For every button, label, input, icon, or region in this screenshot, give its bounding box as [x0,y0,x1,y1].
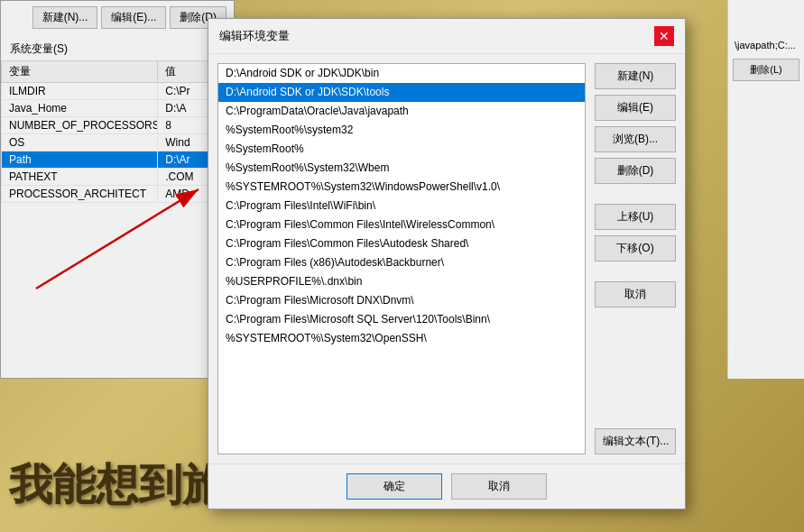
edit-path-button[interactable]: 编辑(E) [595,95,676,121]
bg-new-button[interactable]: 新建(N)... [32,6,98,29]
table-row[interactable]: NUMBER_OF_PROCESSORS8 [2,117,234,134]
dialog-footer: 确定 取消 [208,463,685,509]
move-down-button[interactable]: 下移(O) [595,235,676,261]
table-row[interactable]: OSWind [2,134,234,151]
dialog-titlebar: 编辑环境变量 ✕ [208,19,685,54]
dialog-title: 编辑环境变量 [219,28,290,44]
right-side-panel: \javapath;C:... 删除(L) [727,0,804,379]
var-cell: PATHEXT [2,169,158,186]
edit-text-button[interactable]: 编辑文本(T)... [595,428,676,454]
right-panel-value: \javapath;C:... [733,36,799,54]
list-item[interactable]: %SYSTEMROOT%\System32\WindowsPowerShell\… [218,178,585,197]
var-cell: Java_Home [2,100,158,117]
var-cell: OS [2,134,158,151]
move-up-button[interactable]: 上移(U) [595,204,676,230]
footer-cancel-button[interactable]: 取消 [451,473,547,500]
var-cell: PROCESSOR_ARCHITECT [2,186,158,203]
list-item[interactable]: C:\Program Files\Intel\WiFi\bin\ [218,197,585,216]
list-item[interactable]: %SYSTEMROOT%\System32\OpenSSH\ [218,329,585,348]
cancel-move-button[interactable]: 取消 [595,281,676,307]
var-cell: ILMDIR [2,83,158,100]
list-item[interactable]: %SystemRoot% [218,140,585,159]
list-item[interactable]: C:\Program Files\Microsoft SQL Server\12… [218,310,585,329]
new-path-button[interactable]: 新建(N) [595,63,676,89]
delete-path-button[interactable]: 删除(D) [595,158,676,184]
table-row[interactable]: PROCESSOR_ARCHITECTAMD [2,186,234,203]
var-cell: NUMBER_OF_PROCESSORS [2,117,158,134]
dialog-body: D:\Android SDK or JDK\JDK\binD:\Android … [208,54,685,463]
list-item[interactable]: C:\Program Files\Microsoft DNX\Dnvm\ [218,291,585,310]
list-item[interactable]: %SystemRoot%\System32\Wbem [218,159,585,178]
edit-env-dialog: 编辑环境变量 ✕ D:\Android SDK or JDK\JDK\binD:… [208,18,686,509]
list-item[interactable]: C:\Program Files\Common Files\Intel\Wire… [218,216,585,234]
path-list: D:\Android SDK or JDK\JDK\binD:\Android … [218,64,585,348]
ok-button[interactable]: 确定 [347,473,442,500]
table-row[interactable]: ILMDIRC:\Pr [2,83,234,100]
list-item[interactable]: D:\Android SDK or JDK\SDK\tools [218,83,585,102]
system-variables-label: 系统变量(S) [1,34,234,60]
list-item[interactable]: C:\Program Files (x86)\Autodesk\Backburn… [218,253,585,272]
path-list-container[interactable]: D:\Android SDK or JDK\JDK\binD:\Android … [217,63,586,454]
var-column-header: 变量 [2,61,158,83]
list-item[interactable]: %SystemRoot%\system32 [218,121,585,140]
list-item[interactable]: C:\ProgramData\Oracle\Java\javapath [218,102,585,121]
desktop-watermark-text: 我能想到旅 [9,456,226,514]
list-item[interactable]: C:\Program Files\Common Files\Autodesk S… [218,234,585,253]
list-item[interactable]: D:\Android SDK or JDK\JDK\bin [218,64,585,83]
system-variables-table: 变量 值 ILMDIRC:\PrJava_HomeD:\ANUMBER_OF_P… [1,60,234,203]
system-variables-panel: 新建(N)... 编辑(E)... 删除(D) 系统变量(S) 变量 值 ILM… [0,0,235,379]
var-cell: Path [2,151,158,169]
right-delete-button[interactable]: 删除(L) [733,59,799,81]
dialog-close-button[interactable]: ✕ [654,26,674,46]
table-row[interactable]: Java_HomeD:\A [2,100,234,117]
bg-toolbar: 新建(N)... 编辑(E)... 删除(D) [1,1,234,34]
table-row[interactable]: PathD:\Ar [2,151,234,169]
dialog-action-buttons: 新建(N) 编辑(E) 浏览(B)... 删除(D) 上移(U) 下移(O) 取… [595,63,676,454]
browse-path-button[interactable]: 浏览(B)... [595,126,676,152]
list-item[interactable]: %USERPROFILE%\.dnx\bin [218,272,585,291]
bg-edit-button[interactable]: 编辑(E)... [101,6,166,29]
table-row[interactable]: PATHEXT.COM [2,169,234,186]
